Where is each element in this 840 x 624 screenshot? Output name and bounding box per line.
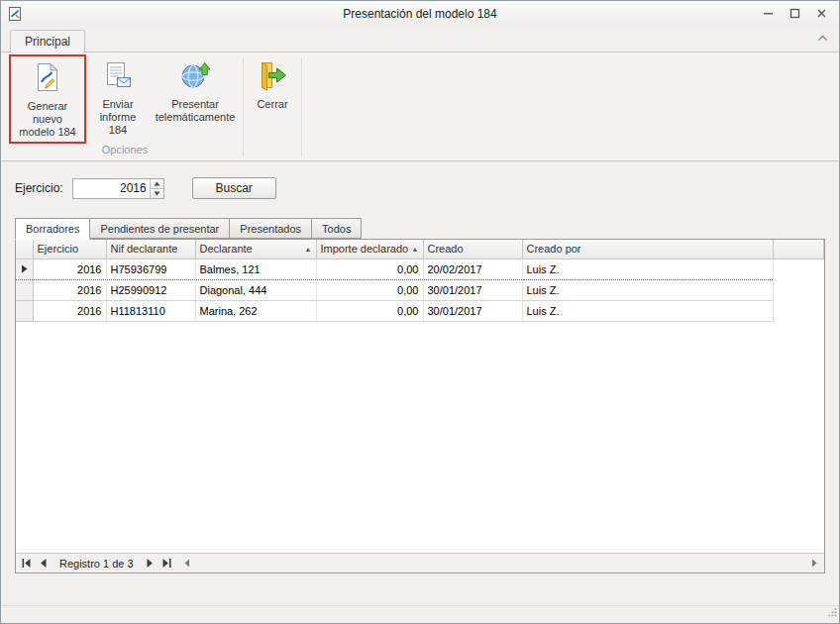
sort-ascending-icon: ▲	[408, 246, 419, 253]
filter-row: Ejercicio: Buscar	[1, 169, 839, 207]
ribbon-button-label: Generar nuevo modelo 184	[14, 100, 81, 139]
cell-nif-declarante[interactable]: H25990912	[106, 279, 195, 300]
cell-importe-declarado[interactable]: 0,00	[316, 279, 423, 300]
cell-ejercicio[interactable]: 2016	[33, 279, 106, 300]
tab-borradores[interactable]: Borradores	[15, 218, 90, 240]
cell-filler	[773, 300, 824, 321]
cell-declarante[interactable]: Diagonal, 444	[195, 279, 316, 300]
table-row: 2016 H25990912 Diagonal, 444 0,00 30/01/…	[16, 279, 824, 300]
cell-creado[interactable]: 30/01/2017	[423, 300, 522, 321]
cell-ejercicio[interactable]: 2016	[33, 259, 106, 279]
row-indicator-cell	[16, 300, 33, 321]
cell-creado[interactable]: 30/01/2017	[423, 279, 522, 300]
new-document-icon	[32, 61, 63, 100]
cell-filler	[773, 259, 824, 279]
ribbon-button-label: Cerrar	[257, 98, 287, 111]
horizontal-scrollbar	[179, 556, 822, 572]
app-icon	[7, 5, 25, 23]
cell-creado-por[interactable]: Luis Z.	[522, 259, 773, 279]
cell-importe-declarado[interactable]: 0,00	[316, 300, 423, 321]
ribbon-button-label: Enviar informe 184	[89, 98, 147, 137]
spinner-up-button[interactable]	[150, 179, 163, 188]
cell-creado-por[interactable]: Luis Z.	[522, 300, 773, 321]
column-header-creado[interactable]: Creado	[423, 240, 522, 259]
column-header-ejercicio[interactable]: Ejercicio	[33, 240, 106, 259]
maximize-button[interactable]	[782, 4, 808, 24]
row-indicator-cell	[16, 259, 33, 279]
bottom-spacer	[1, 573, 839, 605]
view-tab-strip: Borradores Pendientes de presentar Prese…	[15, 217, 825, 239]
ribbon-group-label-empty	[246, 144, 299, 160]
generar-nuevo-modelo-button[interactable]: Generar nuevo modelo 184	[11, 56, 84, 142]
report-icon	[102, 59, 134, 98]
cell-nif-declarante[interactable]: H11813110	[106, 300, 195, 321]
ribbon-tab-strip: Principal	[1, 26, 839, 52]
scroll-left-icon[interactable]	[179, 556, 195, 572]
previous-record-button[interactable]	[35, 555, 52, 572]
spinner-down-button[interactable]	[150, 188, 163, 198]
cell-creado[interactable]: 20/02/2017	[423, 259, 522, 279]
record-count-label: Registro 1 de 3	[52, 558, 142, 570]
highlight-box: Generar nuevo modelo 184	[9, 54, 86, 144]
ribbon-button-label: Presentar telemáticamente	[153, 98, 238, 124]
enviar-informe-button[interactable]: Enviar informe 184	[86, 54, 150, 144]
resize-grip[interactable]	[827, 603, 837, 621]
app-window: Presentación del modelo 184 Principal	[0, 0, 840, 624]
tab-presentados[interactable]: Presentados	[230, 218, 312, 239]
ribbon-group-separator	[243, 57, 244, 156]
ribbon-group-opciones: Generar nuevo modelo 184 Enviar informe …	[9, 53, 241, 160]
column-header-creado-por[interactable]: Creado por	[522, 240, 773, 259]
cell-importe-declarado[interactable]: 0,00	[316, 259, 423, 279]
column-header-importe-declarado[interactable]: Importe declarado▲	[316, 240, 423, 259]
data-grid: Ejercicio Nif declarante Declarante▲ Imp…	[15, 239, 825, 573]
cell-creado-por[interactable]: Luis Z.	[522, 279, 773, 300]
grid-header-row: Ejercicio Nif declarante Declarante▲ Imp…	[16, 240, 824, 259]
globe-upload-icon	[179, 59, 211, 98]
scrollbar-track[interactable]	[195, 556, 806, 572]
presentar-telematicamente-button[interactable]: Presentar telemáticamente	[150, 54, 241, 144]
first-record-button[interactable]	[18, 555, 35, 572]
ribbon: Generar nuevo modelo 184 Enviar informe …	[1, 52, 839, 161]
next-record-button[interactable]	[142, 555, 158, 572]
exit-icon	[257, 59, 288, 98]
tab-pendientes-de-presentar[interactable]: Pendientes de presentar	[90, 218, 230, 239]
ejercicio-label: Ejercicio:	[15, 181, 63, 195]
ribbon-group-separator	[301, 57, 302, 156]
cell-ejercicio[interactable]: 2016	[33, 300, 106, 321]
cell-filler	[773, 279, 824, 300]
ejercicio-spinner	[72, 178, 164, 199]
grid-table: Ejercicio Nif declarante Declarante▲ Imp…	[16, 240, 824, 322]
current-row-arrow-icon	[21, 264, 28, 273]
ejercicio-input[interactable]	[73, 179, 150, 198]
buscar-button[interactable]: Buscar	[192, 177, 276, 199]
ribbon-tab-principal[interactable]: Principal	[10, 30, 85, 52]
scroll-right-icon[interactable]	[806, 556, 822, 572]
column-header-filler	[773, 240, 824, 259]
ribbon-group-label: Opciones	[9, 144, 241, 160]
cell-nif-declarante[interactable]: H75936799	[106, 259, 195, 279]
ribbon-group-cerrar: Cerrar	[246, 53, 299, 160]
last-record-button[interactable]	[158, 555, 175, 572]
column-header-declarante[interactable]: Declarante▲	[195, 240, 316, 259]
tab-todos[interactable]: Todos	[312, 218, 362, 239]
ribbon-collapse-button[interactable]	[815, 28, 830, 47]
cerrar-button[interactable]: Cerrar	[246, 54, 299, 144]
row-indicator-cell	[16, 279, 33, 300]
cell-declarante[interactable]: Balmes, 121	[195, 259, 316, 279]
minimize-button[interactable]	[755, 4, 782, 24]
record-navigator: Registro 1 de 3	[16, 553, 824, 572]
window-controls	[755, 4, 835, 24]
window-title: Presentación del modelo 184	[1, 7, 839, 21]
cell-declarante[interactable]: Marina, 262	[195, 300, 316, 321]
status-bar	[1, 605, 839, 623]
table-row: 2016 H11813110 Marina, 262 0,00 30/01/20…	[16, 300, 824, 321]
close-button[interactable]	[808, 4, 835, 24]
grid-empty-area[interactable]	[16, 322, 824, 554]
sort-ascending-icon: ▲	[301, 246, 312, 253]
column-header-nif-declarante[interactable]: Nif declarante	[106, 240, 195, 259]
row-indicator-header	[16, 240, 33, 259]
title-bar: Presentación del modelo 184	[1, 1, 839, 26]
table-row: 2016 H75936799 Balmes, 121 0,00 20/02/20…	[16, 259, 824, 279]
